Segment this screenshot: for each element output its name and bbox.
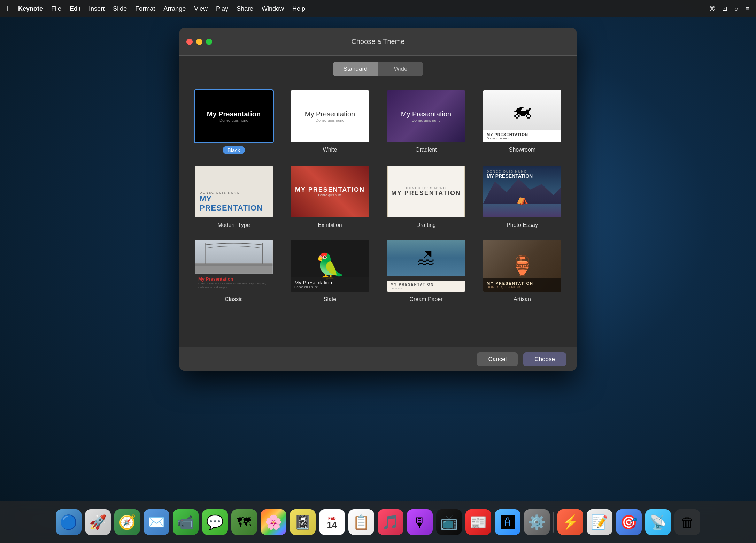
theme-modern-type-preview[interactable]: DONEC QUIS NUNC MY PRESENTATION — [194, 165, 274, 219]
dock-safari[interactable]: 🧭 — [114, 509, 140, 535]
dock-reminders[interactable]: 📋 — [348, 509, 374, 535]
menu-format[interactable]: Format — [135, 5, 155, 13]
theme-artisan-preview[interactable]: 🏺 MY PRESENTATION DONEC QUIS NUNC — [482, 239, 562, 293]
modern-type-preview-bg: DONEC QUIS NUNC MY PRESENTATION — [195, 166, 273, 217]
dock-messages[interactable]: 💬 — [202, 509, 228, 535]
wide-button[interactable]: Wide — [378, 62, 423, 76]
theme-gradient-label: Gradient — [415, 147, 437, 153]
theme-cream-paper-preview[interactable]: 🏖 MY PRESENTATION quis nunc — [386, 239, 466, 293]
menu-file[interactable]: File — [51, 5, 61, 13]
dock-keynote[interactable]: 🎯 — [616, 509, 642, 535]
menu-slide[interactable]: Slide — [113, 5, 127, 13]
theme-drafting-preview[interactable]: DONEC QUIS NUNC MY PRESENTATION — [386, 165, 466, 219]
artisan-text: MY PRESENTATION DONEC QUIS NUNC — [483, 278, 561, 292]
choose-button[interactable]: Choose — [523, 352, 566, 366]
theme-classic-preview[interactable]: My Presentation Lorem ipsum dolor sit am… — [194, 239, 274, 293]
theme-exhibition-preview[interactable]: MY PRESENTATION Donec quis nunc — [290, 165, 370, 219]
theme-modern-type[interactable]: DONEC QUIS NUNC MY PRESENTATION Modern T… — [190, 165, 278, 228]
menu-view[interactable]: View — [194, 5, 208, 13]
theme-white-preview[interactable]: My Presentation Donec quis nunc — [290, 89, 370, 143]
menu-bar:  Keynote File Edit Insert Slide Format … — [0, 0, 756, 17]
drafting-label-text: DONEC QUIS NUNC — [406, 186, 446, 190]
close-button[interactable] — [186, 39, 193, 45]
dock-texteditor[interactable]: 📝 — [587, 509, 612, 535]
control-center-icon[interactable]: ≡ — [745, 5, 749, 13]
exhibition-preview-bg: MY PRESENTATION Donec quis nunc — [291, 166, 369, 217]
dock-trash[interactable]: 🗑 — [674, 509, 700, 535]
menu-help[interactable]: Help — [292, 5, 305, 13]
dock-reeder[interactable]: ⚡ — [557, 509, 583, 535]
menu-insert[interactable]: Insert — [89, 5, 105, 13]
theme-gradient-preview[interactable]: My Presentation Donec quis nunc — [386, 89, 466, 143]
airplay-icon[interactable]: ⌘ — [709, 5, 715, 13]
white-preview-title: My Presentation — [305, 110, 355, 118]
theme-photo-essay-preview[interactable]: ⛺ DONEC QUIS NUNC MY PRESENTATION — [482, 165, 562, 219]
gradient-preview-bg: My Presentation Donec quis nunc — [387, 90, 465, 142]
svg-rect-4 — [195, 264, 273, 266]
display-icon[interactable]: ⊡ — [722, 5, 727, 13]
slate-preview-bg: 🦜 My Presentation Donec quis nunc — [291, 240, 369, 292]
theme-black[interactable]: My Presentation Donec quis nunc Black — [190, 89, 278, 154]
theme-slate-preview[interactable]: 🦜 My Presentation Donec quis nunc — [290, 239, 370, 293]
cancel-button[interactable]: Cancel — [477, 352, 518, 366]
white-preview-bg: My Presentation Donec quis nunc — [291, 90, 369, 142]
dock-calendar[interactable]: FEB 14 — [319, 509, 345, 535]
theme-slate[interactable]: 🦜 My Presentation Donec quis nunc Slate — [286, 239, 374, 303]
menu-arrange[interactable]: Arrange — [163, 5, 186, 13]
dock-airdrop[interactable]: 📡 — [645, 509, 671, 535]
menu-window[interactable]: Window — [262, 5, 284, 13]
gradient-preview-title: My Presentation — [401, 110, 452, 118]
black-preview-bg: My Presentation Donec quis nunc — [195, 90, 273, 142]
bike-icon: 🏍 — [512, 98, 533, 122]
theme-drafting[interactable]: DONEC QUIS NUNC MY PRESENTATION Drafting — [382, 165, 470, 228]
slate-overlay: My Presentation Donec quis nunc — [291, 277, 369, 292]
theme-gradient[interactable]: My Presentation Donec quis nunc Gradient — [382, 89, 470, 154]
theme-cream-paper[interactable]: 🏖 MY PRESENTATION quis nunc Cream Paper — [382, 239, 470, 303]
dock-podcasts[interactable]: 🎙 — [407, 509, 433, 535]
minimize-button[interactable] — [196, 39, 202, 45]
drafting-title: MY PRESENTATION — [391, 190, 461, 197]
dock-facetime[interactable]: 📹 — [173, 509, 199, 535]
dock-finder[interactable]: 🔵 — [56, 509, 82, 535]
theme-cream-paper-label: Cream Paper — [409, 296, 442, 303]
theme-showroom[interactable]: 🏍 MY PRESENTATION Donec quis nunc Showro… — [478, 89, 566, 154]
cream-title: MY PRESENTATION — [391, 283, 462, 286]
theme-white-label: White — [323, 147, 337, 153]
search-icon[interactable]: ⌕ — [734, 5, 738, 13]
theme-classic-label: Classic — [225, 296, 243, 303]
dock-launchpad[interactable]: 🚀 — [85, 509, 111, 535]
dock-photos[interactable]: 🌸 — [261, 509, 286, 535]
rocks-icon: 🏖 — [417, 248, 435, 268]
dock-music[interactable]: 🎵 — [378, 509, 403, 535]
showroom-preview-title: MY PRESENTATION — [487, 132, 558, 137]
dock-maps[interactable]: 🗺 — [231, 509, 257, 535]
cream-photo: 🏖 — [387, 240, 465, 276]
theme-white[interactable]: My Presentation Donec quis nunc White — [286, 89, 374, 154]
theme-black-badge: Black — [223, 146, 245, 154]
theme-classic[interactable]: My Presentation Lorem ipsum dolor sit am… — [190, 239, 278, 303]
app-menu-keynote[interactable]: Keynote — [18, 5, 43, 13]
black-preview-sub: Donec quis nunc — [219, 118, 248, 122]
dock-notes[interactable]: 📓 — [290, 509, 316, 535]
showroom-bike-area: 🏍 — [483, 90, 561, 130]
standard-button[interactable]: Standard — [333, 62, 378, 76]
menu-edit[interactable]: Edit — [70, 5, 80, 13]
dock-mail[interactable]: ✉️ — [144, 509, 169, 535]
classic-bridge — [195, 240, 273, 274]
exhibition-title: MY PRESENTATION — [295, 186, 365, 193]
theme-exhibition[interactable]: MY PRESENTATION Donec quis nunc Exhibiti… — [286, 165, 374, 228]
dock-news[interactable]: 📰 — [465, 509, 491, 535]
maximize-button[interactable] — [206, 39, 212, 45]
theme-photo-essay[interactable]: ⛺ DONEC QUIS NUNC MY PRESENTATION Photo … — [478, 165, 566, 228]
menu-share[interactable]: Share — [237, 5, 253, 13]
classic-photo — [195, 240, 273, 274]
theme-showroom-preview[interactable]: 🏍 MY PRESENTATION Donec quis nunc — [482, 89, 562, 143]
theme-photo-essay-label: Photo Essay — [507, 222, 538, 228]
menu-play[interactable]: Play — [216, 5, 228, 13]
dock-syspreferences[interactable]: ⚙️ — [524, 509, 550, 535]
theme-black-preview[interactable]: My Presentation Donec quis nunc — [194, 89, 274, 143]
theme-artisan[interactable]: 🏺 MY PRESENTATION DONEC QUIS NUNC Artisa… — [478, 239, 566, 303]
dock-appstore[interactable]: 🅰 — [495, 509, 520, 535]
dock-tv[interactable]: 📺 — [436, 509, 462, 535]
apple-menu[interactable]:  — [7, 4, 10, 13]
